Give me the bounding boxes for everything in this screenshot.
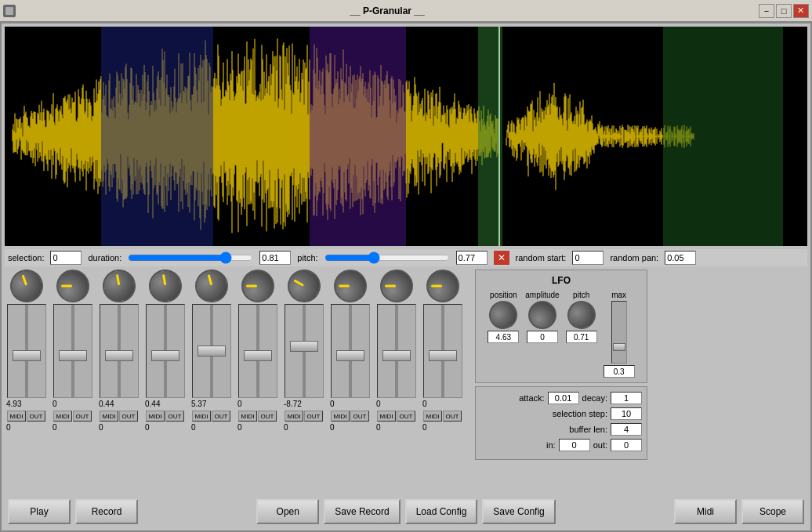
midi-midi-btn-7[interactable]: MIDI <box>331 411 350 422</box>
lfo-panel: LFO position amplitude pitch <box>475 270 647 383</box>
midi-out-btn-7[interactable]: OUT <box>350 411 369 422</box>
decay-input[interactable] <box>611 392 642 404</box>
fader-handle-3[interactable] <box>151 350 179 361</box>
knob-8[interactable] <box>380 270 413 302</box>
knob-4[interactable] <box>191 270 231 306</box>
knob-column-7: 0MIDIOUT0 <box>328 270 372 493</box>
random-pan-input[interactable] <box>665 251 696 265</box>
midi-midi-btn-9[interactable]: MIDI <box>423 411 442 422</box>
midi-out-btn-1[interactable]: OUT <box>73 411 92 422</box>
midi-midi-btn-1[interactable]: MIDI <box>53 411 72 422</box>
buffer-len-input[interactable] <box>611 423 642 436</box>
duration-value[interactable] <box>259 251 291 265</box>
fader-7[interactable] <box>331 304 370 398</box>
minimize-button[interactable]: − <box>759 4 774 18</box>
open-button[interactable]: Open <box>256 499 319 524</box>
midi-row-3: MIDIOUT <box>146 411 184 422</box>
fader-1[interactable] <box>53 304 92 398</box>
selection-step-input[interactable] <box>611 407 642 420</box>
fader-5[interactable] <box>238 304 277 398</box>
fader-handle-1[interactable] <box>59 350 87 361</box>
fader-8[interactable] <box>377 304 416 398</box>
midi-midi-btn-2[interactable]: MIDI <box>100 411 118 422</box>
knob-2[interactable] <box>100 270 138 305</box>
midi-out-btn-3[interactable]: OUT <box>165 411 184 422</box>
midi-midi-btn-3[interactable]: MIDI <box>146 411 165 422</box>
lfo-amplitude-input[interactable] <box>527 331 558 343</box>
fader-handle-5[interactable] <box>244 350 272 361</box>
lfo-pitch-knob[interactable] <box>564 297 600 333</box>
knob-7[interactable] <box>334 270 367 302</box>
midi-out-btn-0[interactable]: OUT <box>27 411 45 422</box>
midi-out-btn-8[interactable]: OUT <box>397 411 415 422</box>
lfo-max-input[interactable] <box>604 365 635 378</box>
midi-out-btn-9[interactable]: OUT <box>443 411 462 422</box>
knob-column-4: 5.37MIDIOUT0 <box>190 270 233 493</box>
buffer-len-row: buffer len: <box>480 423 642 436</box>
app-icon <box>3 5 16 17</box>
midi-midi-btn-4[interactable]: MIDI <box>192 411 211 422</box>
fader-3[interactable] <box>146 304 185 398</box>
decay-label: decay: <box>582 393 607 403</box>
fader-handle-6[interactable] <box>290 341 318 352</box>
knob-1[interactable] <box>56 270 89 302</box>
lfo-max-fader[interactable] <box>611 301 627 364</box>
knob-6[interactable] <box>281 270 326 309</box>
midi-midi-btn-6[interactable]: MIDI <box>285 411 303 422</box>
load-config-button[interactable]: Load Config <box>405 499 478 524</box>
midi-midi-btn-0[interactable]: MIDI <box>7 411 26 422</box>
close-button[interactable]: ✕ <box>793 4 809 18</box>
knob-value-8: 0 <box>375 400 418 408</box>
maximize-button[interactable]: □ <box>776 4 792 18</box>
lfo-position-input[interactable] <box>488 331 519 343</box>
fader-9[interactable] <box>423 304 462 398</box>
lfo-fader-handle[interactable] <box>613 343 625 351</box>
fader-handle-7[interactable] <box>336 350 364 361</box>
midi-button[interactable]: Midi <box>674 499 737 524</box>
midi-midi-btn-5[interactable]: MIDI <box>238 411 257 422</box>
save-record-button[interactable]: Save Record <box>324 499 400 524</box>
knob-value-9: 0 <box>421 400 464 408</box>
midi-midi-btn-8[interactable]: MIDI <box>377 411 396 422</box>
fader-6[interactable] <box>285 304 324 398</box>
fader-handle-8[interactable] <box>382 350 411 361</box>
fader-handle-2[interactable] <box>105 350 133 361</box>
knob-5[interactable] <box>241 270 274 302</box>
attack-label: attack: <box>519 393 544 403</box>
pitch-value[interactable] <box>456 251 488 265</box>
midi-out-btn-4[interactable]: OUT <box>212 411 230 422</box>
attack-input[interactable] <box>548 392 579 404</box>
pitch-slider[interactable] <box>324 251 450 265</box>
midi-out-btn-6[interactable]: OUT <box>304 411 323 422</box>
fader-2[interactable] <box>100 304 139 398</box>
duration-slider[interactable] <box>128 251 253 265</box>
lfo-position-knob[interactable] <box>484 295 523 334</box>
lfo-amplitude-knob[interactable] <box>528 301 556 329</box>
in-input[interactable] <box>559 439 590 451</box>
random-start-input[interactable] <box>572 251 604 265</box>
fader-4[interactable] <box>192 304 231 398</box>
fader-handle-4[interactable] <box>198 346 226 356</box>
record-button[interactable]: Record <box>75 499 138 524</box>
knob-9[interactable] <box>426 270 459 302</box>
pitch-reset-button[interactable]: ✕ <box>494 251 509 265</box>
lfo-pitch-input[interactable] <box>566 331 597 343</box>
selection-input[interactable] <box>50 251 82 265</box>
save-config-button[interactable]: Save Config <box>482 499 555 524</box>
fader-handle-0[interactable] <box>13 350 41 361</box>
midi-out-btn-2[interactable]: OUT <box>119 411 138 422</box>
waveform-display[interactable] <box>5 27 807 246</box>
fader-0[interactable] <box>7 304 46 398</box>
in-label: in: <box>546 440 556 450</box>
knob-3[interactable] <box>146 270 184 305</box>
scope-button[interactable]: Scope <box>741 499 804 524</box>
selection-step-label: selection step: <box>553 409 607 418</box>
knob-0[interactable] <box>5 270 48 307</box>
midi-out-btn-5[interactable]: OUT <box>258 411 277 422</box>
fader-handle-9[interactable] <box>429 350 457 361</box>
window-controls: − □ ✕ <box>759 4 809 18</box>
knob-column-1: 0MIDIOUT0 <box>51 270 94 493</box>
play-button[interactable]: Play <box>8 499 71 524</box>
out-input[interactable] <box>611 439 642 451</box>
lfo-pitch-label: pitch <box>573 291 589 299</box>
